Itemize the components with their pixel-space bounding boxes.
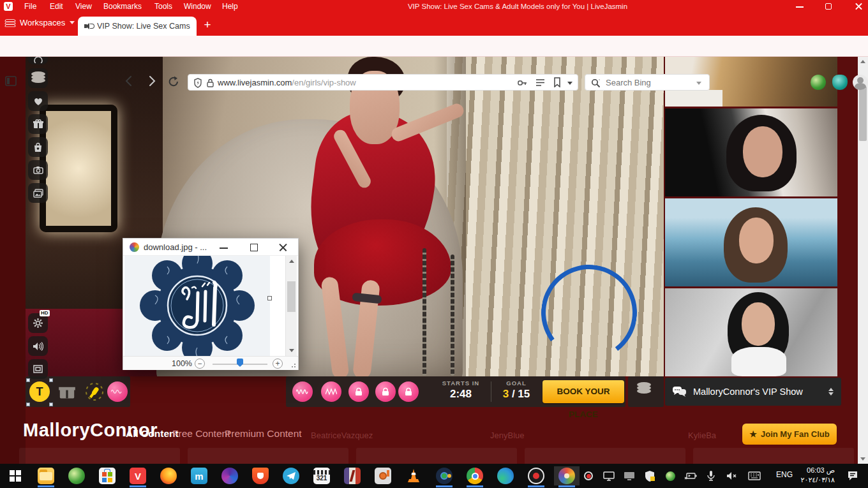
rail-gift-icon[interactable] bbox=[28, 114, 48, 134]
address-bar[interactable]: www.livejasmin.com/en/girls/vip-show bbox=[188, 74, 578, 91]
taskbar-ocam-icon[interactable] bbox=[370, 466, 396, 485]
book-your-place-button[interactable]: BOOK YOUR PLACE bbox=[542, 380, 624, 403]
locked-action-icon[interactable] bbox=[398, 381, 419, 402]
taskbar-vlc-icon[interactable] bbox=[401, 466, 426, 485]
rail-photos-icon[interactable] bbox=[28, 183, 48, 203]
rail-snapshot-camera-icon[interactable] bbox=[28, 160, 48, 180]
tray-volume-muted-icon[interactable] bbox=[725, 470, 738, 482]
taskbar-chrome-icon[interactable] bbox=[462, 466, 488, 485]
key-autofill-icon[interactable] bbox=[518, 78, 528, 87]
taskbar-telegram-icon[interactable] bbox=[278, 466, 304, 485]
rail-shop-bag-icon[interactable] bbox=[28, 137, 48, 157]
photo-viewer-window[interactable]: download.jpg - ... bbox=[123, 238, 299, 370]
adblock-extension-icon[interactable] bbox=[832, 75, 848, 90]
coins-balance-icon[interactable] bbox=[637, 384, 651, 394]
model-thumbnail[interactable] bbox=[665, 288, 837, 376]
tray-language-indicator[interactable]: ENG bbox=[776, 470, 793, 479]
bookmark-icon[interactable] bbox=[553, 77, 561, 87]
menu-bookmarks[interactable]: Bookmarks bbox=[100, 0, 146, 13]
locked-action-icon[interactable] bbox=[348, 381, 369, 402]
tray-microphone-icon[interactable] bbox=[705, 470, 717, 482]
gift-menu-icon[interactable] bbox=[59, 384, 75, 402]
search-box[interactable] bbox=[585, 74, 710, 91]
menu-file[interactable]: File bbox=[20, 0, 40, 13]
start-button[interactable] bbox=[3, 466, 28, 485]
taskbar-camera-app-icon[interactable] bbox=[431, 466, 457, 485]
tray-idm-icon[interactable] bbox=[664, 470, 677, 482]
tray-clock[interactable]: 06:03 ص ٢٠٢٤/٠٣/١٨ bbox=[801, 466, 835, 485]
browser-scrollbar[interactable] bbox=[858, 57, 868, 464]
profile-avatar[interactable] bbox=[853, 75, 868, 90]
tab-all-content[interactable]: All Content bbox=[126, 428, 179, 440]
search-engine-chevron-icon[interactable] bbox=[696, 82, 701, 85]
close-button[interactable] bbox=[849, 1, 868, 11]
taskbar-firefox-icon[interactable] bbox=[156, 466, 181, 485]
taskbar-idm-icon[interactable] bbox=[64, 466, 89, 485]
tray-touch-keyboard-icon[interactable] bbox=[748, 470, 761, 482]
taskbar-nightly-browser-icon[interactable] bbox=[217, 466, 243, 485]
maximize-button[interactable] bbox=[819, 1, 838, 11]
lock-icon[interactable] bbox=[206, 78, 214, 88]
toy-pattern-icon[interactable] bbox=[107, 381, 128, 402]
tab-vip-show[interactable]: VIP Show: Live Sex Cams & bbox=[78, 17, 197, 36]
tray-projector-icon[interactable] bbox=[602, 470, 615, 482]
search-input[interactable] bbox=[606, 76, 689, 89]
menu-help[interactable]: Help bbox=[218, 0, 242, 13]
taskbar-file-explorer-icon[interactable] bbox=[33, 466, 59, 485]
rail-favorite-heart-icon[interactable] bbox=[28, 91, 48, 111]
tab-premium-content[interactable]: Premium Content bbox=[225, 428, 302, 440]
viewer-scrollbar-thumb[interactable] bbox=[287, 281, 296, 312]
vivaldi-logo-icon[interactable]: V bbox=[4, 2, 13, 11]
reader-view-icon[interactable] bbox=[535, 78, 545, 87]
scroll-down-icon[interactable] bbox=[860, 457, 865, 461]
resize-grip[interactable] bbox=[291, 363, 296, 368]
expand-collapse-icon[interactable] bbox=[828, 388, 834, 396]
scroll-up-icon[interactable] bbox=[860, 60, 865, 63]
reload-button[interactable] bbox=[167, 75, 180, 88]
idm-extension-icon[interactable] bbox=[811, 75, 826, 90]
zoom-slider-thumb[interactable] bbox=[237, 359, 243, 367]
taskbar-winamp-icon[interactable] bbox=[340, 466, 365, 485]
interactive-toy-icon[interactable] bbox=[84, 381, 105, 404]
join-fan-club-button[interactable]: ★ Join My Fan Club bbox=[742, 424, 837, 445]
taskbar-vivaldi-icon[interactable]: V bbox=[125, 466, 151, 485]
taskbar-photos-viewer-icon[interactable] bbox=[554, 466, 580, 485]
viewer-minimize-button[interactable] bbox=[216, 242, 232, 253]
tab-audio-icon[interactable] bbox=[84, 22, 93, 30]
taskbar-maxthon-icon[interactable]: m bbox=[186, 466, 212, 485]
viewer-scroll-up-icon[interactable] bbox=[289, 260, 294, 263]
shield-permission-icon[interactable] bbox=[193, 78, 202, 88]
panel-toggle-icon[interactable] bbox=[5, 75, 17, 87]
tray-action-center-icon[interactable] bbox=[846, 470, 859, 482]
zoom-in-button[interactable]: + bbox=[273, 359, 283, 369]
rail-fullscreen-icon[interactable] bbox=[28, 359, 48, 379]
viewer-scroll-down-icon[interactable] bbox=[289, 349, 294, 352]
menu-tools[interactable]: Tools bbox=[151, 0, 176, 13]
menu-window[interactable]: Window bbox=[180, 0, 215, 13]
forward-button[interactable] bbox=[147, 75, 157, 87]
tab-free-content[interactable]: Free Content bbox=[172, 428, 230, 440]
show-title-bar[interactable]: MalloryConnor's VIP Show bbox=[665, 378, 841, 406]
model-thumbnail[interactable] bbox=[665, 108, 837, 196]
tray-display-icon[interactable] bbox=[623, 470, 636, 482]
tray-defender-icon[interactable] bbox=[643, 470, 656, 482]
taskbar-microsoft-store-icon[interactable] bbox=[94, 466, 120, 485]
model-thumbnail[interactable] bbox=[665, 198, 837, 286]
viewer-maximize-button[interactable] bbox=[246, 242, 262, 253]
taskbar-brave-icon[interactable] bbox=[248, 466, 273, 485]
selection-handle[interactable] bbox=[267, 296, 272, 300]
menu-view[interactable]: View bbox=[71, 0, 96, 13]
zoom-out-button[interactable]: − bbox=[195, 359, 205, 369]
rail-volume-icon[interactable] bbox=[28, 336, 48, 356]
taskbar-edge-icon[interactable] bbox=[493, 466, 518, 485]
viewer-scrollbar[interactable] bbox=[285, 256, 297, 356]
photo-viewer-image[interactable] bbox=[124, 256, 270, 356]
live-video-stream[interactable] bbox=[26, 57, 664, 376]
workspaces-button[interactable]: Workspaces bbox=[5, 18, 75, 27]
address-chevron-icon[interactable] bbox=[567, 82, 572, 85]
rail-coins-icon[interactable] bbox=[28, 68, 48, 88]
tip-button[interactable]: T bbox=[29, 381, 50, 402]
new-tab-button[interactable]: + bbox=[199, 17, 216, 33]
minimize-button[interactable] bbox=[790, 1, 809, 11]
tray-battery-icon[interactable] bbox=[684, 470, 697, 482]
